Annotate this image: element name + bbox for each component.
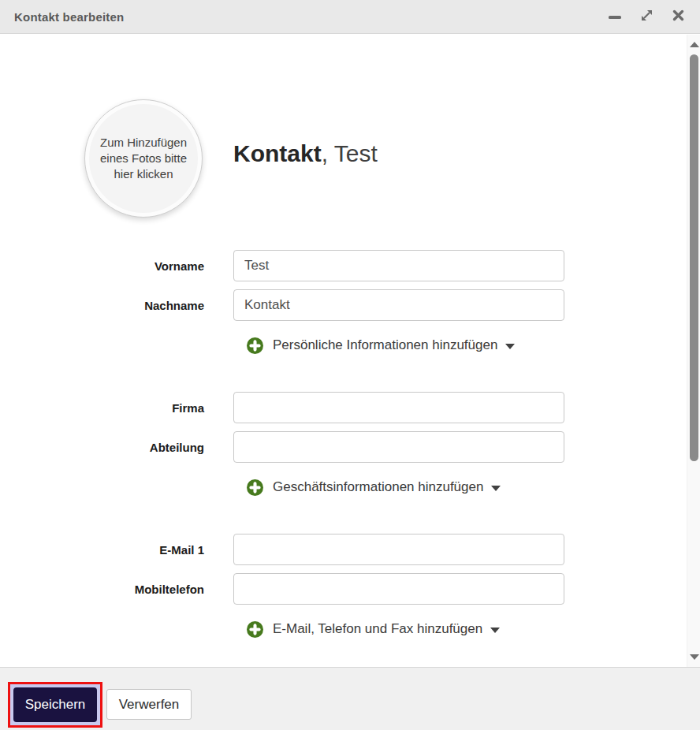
field-label-firma: Firma: [0, 401, 204, 415]
scrollbar-thumb[interactable]: [690, 54, 698, 461]
contact-heading-suffix: , Test: [322, 140, 378, 166]
chevron-down-icon: [490, 628, 500, 633]
form-row: Firma: [0, 392, 564, 423]
form-row: E-Mail 1: [0, 534, 564, 565]
scroll-down-arrow-icon[interactable]: [690, 654, 699, 660]
expand-icon: [640, 9, 653, 25]
dialog-titlebar: Kontakt bearbeiten: [0, 0, 700, 34]
field-label-mobiltelefon: Mobiltelefon: [0, 583, 204, 596]
plus-circle-icon: [247, 337, 263, 354]
plus-circle-icon: [247, 621, 263, 638]
contact-heading-name: Kontakt: [233, 140, 322, 166]
chevron-down-icon: [505, 344, 515, 349]
add-personal-info-link[interactable]: Persönliche Informationen hinzufügen: [247, 334, 515, 356]
field-label-nachname: Nachname: [0, 299, 204, 312]
close-button[interactable]: [667, 6, 689, 29]
vorname-input[interactable]: [233, 250, 564, 281]
nachname-input[interactable]: [233, 289, 564, 321]
add-link-label: E-Mail, Telefon und Fax hinzufügen: [273, 621, 482, 637]
field-label-vorname: Vorname: [0, 259, 204, 273]
dialog-body: Zum Hinzufügen eines Fotos bitte hier kl…: [0, 35, 687, 667]
field-label-email1: E-Mail 1: [0, 543, 204, 557]
expand-button[interactable]: [635, 6, 657, 29]
scroll-up-arrow-icon[interactable]: [690, 42, 699, 47]
form-row: Mobiltelefon: [0, 573, 564, 605]
minimize-button[interactable]: [604, 6, 626, 29]
form-row: Abteilung: [0, 431, 564, 463]
save-button-highlight-box: Speichern: [8, 682, 102, 728]
vertical-scrollbar[interactable]: [687, 35, 700, 667]
window-controls: [604, 0, 689, 34]
add-link-label: Persönliche Informationen hinzufügen: [273, 337, 497, 353]
minimize-icon: [608, 9, 622, 26]
field-label-abteilung: Abteilung: [0, 441, 204, 454]
form-row: Nachname: [0, 289, 564, 321]
discard-button[interactable]: Verwerfen: [106, 689, 192, 720]
contact-heading: Kontakt, Test: [233, 140, 378, 167]
abteilung-input[interactable]: [233, 431, 564, 463]
close-icon: [672, 9, 685, 25]
edit-contact-dialog: Kontakt bearbeiten: [0, 0, 700, 730]
dialog-footer: Speichern Verwerfen: [0, 667, 700, 730]
mobiltelefon-input[interactable]: [233, 573, 564, 605]
add-link-label: Geschäftsinformationen hinzufügen: [273, 479, 483, 495]
add-photo-hint: Zum Hinzufügen eines Fotos bitte hier kl…: [94, 135, 193, 183]
chevron-down-icon: [491, 486, 501, 491]
add-photo-button[interactable]: Zum Hinzufügen eines Fotos bitte hier kl…: [84, 99, 203, 218]
dialog-title: Kontakt bearbeiten: [14, 10, 124, 24]
add-email-phone-fax-link[interactable]: E-Mail, Telefon und Fax hinzufügen: [247, 618, 500, 640]
save-button[interactable]: Speichern: [13, 687, 97, 722]
firma-input[interactable]: [233, 392, 564, 423]
email1-input[interactable]: [233, 534, 564, 565]
add-business-info-link[interactable]: Geschäftsinformationen hinzufügen: [247, 476, 501, 498]
plus-circle-icon: [247, 479, 263, 496]
form-row: Vorname: [0, 250, 564, 281]
